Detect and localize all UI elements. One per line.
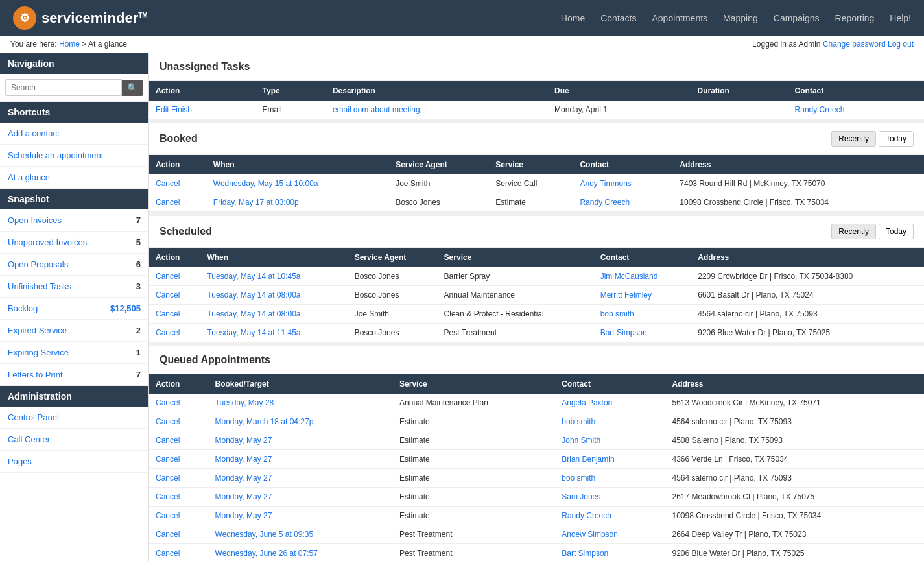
- sidebar-item-pages[interactable]: Pages: [0, 451, 148, 473]
- login-info: Logged in as Admin Change password Log o…: [752, 40, 914, 49]
- nav-home[interactable]: Home: [561, 13, 585, 23]
- login-label: Logged in as Admin: [752, 40, 820, 49]
- col-type: Type: [256, 81, 326, 101]
- logo-service: service: [41, 10, 91, 26]
- col-action: Action: [149, 374, 209, 394]
- shortcuts-section-title: Shortcuts: [0, 102, 148, 123]
- breadcrumb-current: At a glance: [88, 40, 127, 49]
- col-description: Description: [326, 81, 548, 101]
- scheduled-title: Scheduled: [160, 226, 212, 237]
- table-row: Cancel Wednesday, May 15 at 10:00a Joe S…: [149, 174, 924, 193]
- col-service-agent: Service Agent: [348, 248, 438, 267]
- cancel-link[interactable]: Cancel: [156, 398, 180, 407]
- booked-header: Booked Recently Today: [149, 123, 924, 155]
- cancel-link[interactable]: Cancel: [156, 179, 180, 188]
- col-due: Due: [548, 81, 691, 101]
- cancel-link[interactable]: Cancel: [156, 328, 180, 337]
- col-address: Address: [666, 374, 924, 394]
- action-cell: Edit Finish: [149, 101, 256, 119]
- sidebar-item-call-center[interactable]: Call Center: [0, 429, 148, 451]
- col-contact: Contact: [788, 81, 924, 101]
- sidebar-item-open-invoices[interactable]: Open Invoices7: [0, 209, 148, 232]
- queued-table: Action Booked/Target Service Contact Add…: [149, 374, 924, 561]
- logo-minder: minder: [91, 10, 138, 26]
- col-contact: Contact: [555, 374, 665, 394]
- scheduled-recently-btn[interactable]: Recently: [831, 224, 876, 239]
- sidebar: Navigation 🔍 Shortcuts Add a contact Sch…: [0, 53, 149, 561]
- search-input[interactable]: [5, 79, 122, 96]
- cancel-link[interactable]: Cancel: [156, 511, 180, 520]
- col-when: When: [200, 248, 348, 267]
- booked-title: Booked: [160, 133, 198, 145]
- sidebar-item-unapproved-invoices[interactable]: Unapproved Invoices5: [0, 232, 148, 254]
- col-when: When: [207, 155, 389, 174]
- unassigned-tasks-header: Unassigned Tasks: [149, 53, 924, 81]
- sidebar-item-schedule[interactable]: Schedule an appointment: [0, 145, 148, 167]
- nav-help[interactable]: Help!: [890, 13, 911, 23]
- table-row: Cancel Wednesday, June 5 at 09:35 Pest T…: [149, 525, 924, 544]
- you-are-here: You are here:: [10, 40, 57, 49]
- col-duration: Duration: [691, 81, 788, 101]
- nav-section-title: Navigation: [0, 53, 148, 74]
- table-row: Cancel Monday, May 27 Estimate Sam Jones…: [149, 488, 924, 507]
- sidebar-item-open-proposals[interactable]: Open Proposals6: [0, 254, 148, 276]
- nav-links: Home Contacts Appointments Mapping Campa…: [561, 13, 911, 23]
- sidebar-item-expiring-service[interactable]: Expiring Service1: [0, 342, 148, 364]
- edit-link[interactable]: Edit: [156, 105, 169, 114]
- nav-reporting[interactable]: Reporting: [835, 13, 875, 23]
- booked-recently-btn[interactable]: Recently: [831, 131, 876, 147]
- description-cell: email dom about meeting.: [326, 101, 548, 119]
- cancel-link[interactable]: Cancel: [156, 492, 180, 501]
- sidebar-item-expired-service[interactable]: Expired Service2: [0, 320, 148, 342]
- scheduled-today-btn[interactable]: Today: [879, 224, 914, 239]
- col-address: Address: [673, 155, 924, 174]
- cancel-link[interactable]: Cancel: [156, 309, 180, 318]
- col-address: Address: [691, 248, 924, 267]
- table-row: Cancel Tuesday, May 28 Annual Maintenanc…: [149, 394, 924, 412]
- table-row: Cancel Tuesday, May 14 at 10:45a Bosco J…: [149, 267, 924, 286]
- sidebar-item-control-panel[interactable]: Control Panel: [0, 407, 148, 429]
- cancel-link[interactable]: Cancel: [156, 455, 180, 464]
- finish-link[interactable]: Finish: [171, 105, 192, 114]
- main-content: Unassigned Tasks Action Type Description…: [149, 53, 924, 561]
- booked-section: Booked Recently Today Action When Servic…: [149, 123, 924, 212]
- booked-table: Action When Service Agent Service Contac…: [149, 155, 924, 212]
- col-service: Service: [393, 374, 555, 394]
- contact-cell: Randy Creech: [788, 101, 924, 119]
- type-cell: Email: [256, 101, 326, 119]
- cancel-link[interactable]: Cancel: [156, 198, 180, 207]
- nav-campaigns[interactable]: Campaigns: [774, 13, 820, 23]
- table-row: Cancel Tuesday, May 14 at 08:00a Bosco J…: [149, 286, 924, 305]
- col-booked-target: Booked/Target: [209, 374, 394, 394]
- cancel-link[interactable]: Cancel: [156, 549, 180, 558]
- table-row: Cancel Monday, May 27 Estimate Randy Cre…: [149, 507, 924, 525]
- breadcrumb-bar: You are here: Home > At a glance Logged …: [0, 36, 924, 53]
- change-password-link[interactable]: Change password: [823, 40, 886, 49]
- sidebar-item-unfinished-tasks[interactable]: Unfinished Tasks3: [0, 276, 148, 298]
- admin-section-title: Administration: [0, 386, 148, 407]
- cancel-link[interactable]: Cancel: [156, 436, 180, 445]
- table-row: Cancel Tuesday, May 14 at 08:00a Joe Smi…: [149, 305, 924, 324]
- log-out-link[interactable]: Log out: [888, 40, 914, 49]
- nav-contacts[interactable]: Contacts: [600, 13, 636, 23]
- snapshot-section-title: Snapshot: [0, 189, 148, 209]
- nav-appointments[interactable]: Appointments: [652, 13, 707, 23]
- sidebar-item-add-contact[interactable]: Add a contact: [0, 123, 148, 145]
- cancel-link[interactable]: Cancel: [156, 530, 180, 539]
- cancel-link[interactable]: Cancel: [156, 417, 180, 426]
- booked-buttons: Recently Today: [831, 131, 914, 147]
- booked-today-btn[interactable]: Today: [879, 131, 914, 147]
- breadcrumb: You are here: Home > At a glance: [10, 40, 127, 49]
- cancel-link[interactable]: Cancel: [156, 473, 180, 483]
- logo-icon: ⚙: [13, 6, 36, 30]
- cancel-link[interactable]: Cancel: [156, 291, 180, 300]
- sidebar-item-letters-to-print[interactable]: Letters to Print7: [0, 364, 148, 386]
- sidebar-item-backlog[interactable]: Backlog$12,505: [0, 298, 148, 320]
- search-button[interactable]: 🔍: [122, 80, 143, 96]
- breadcrumb-home[interactable]: Home: [59, 40, 80, 49]
- col-action: Action: [149, 248, 200, 267]
- sidebar-item-at-a-glance[interactable]: At a glance: [0, 167, 148, 189]
- cancel-link[interactable]: Cancel: [156, 272, 180, 281]
- queued-title: Queued Appointments: [160, 354, 270, 366]
- nav-mapping[interactable]: Mapping: [723, 13, 758, 23]
